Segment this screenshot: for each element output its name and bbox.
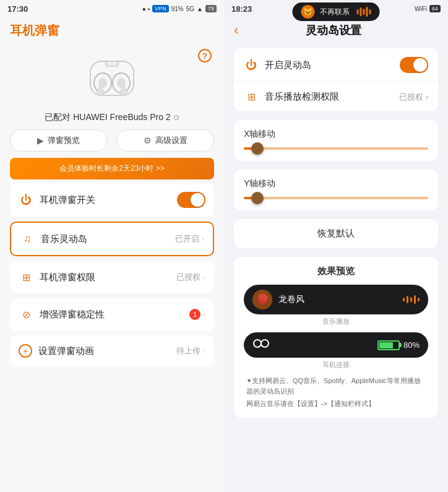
left-app-title: 耳机弹窗 [10,24,59,37]
earphone-popup-toggle[interactable] [177,192,205,208]
battery-bar [377,340,400,350]
music-wave-indicator [403,295,420,304]
earphone-popup-switch-item[interactable]: ⏻ 耳机弹窗开关 [10,183,214,217]
earphone-permission-item[interactable]: ⊞ 耳机弹窗权限 已授权 › [10,261,214,293]
restore-default-button[interactable]: 恢复默认 [234,219,438,248]
music-detect-arrow: › [426,92,428,101]
preview-title: 效果预览 [244,265,428,277]
earbuds-image-area: ? [0,43,224,110]
y-axis-label: Y轴移动 [244,178,428,189]
earphone-permission-status: 已授权 [176,272,200,283]
left-panel: 17:30 ● ▪ VPN 91% 5G ▲ 79 耳机弹窗 [0,0,224,492]
shield-icon: ⊘ [19,307,33,322]
earbuds-illustration [72,49,152,105]
earphone-permission-label: 耳机弹窗权限 [40,272,95,283]
device-expand-icon[interactable]: ⊙ [173,113,179,122]
power-icon-right: ⏻ [244,59,259,72]
notification-text: 不再联系 [320,7,350,17]
notification-pill: 🐱 不再联系 [293,2,380,21]
right-status-icons: WiFi 64 [415,5,441,12]
left-status-icons: ● ▪ VPN 91% 5G ▲ 79 [142,5,217,12]
settings-list: ⏻ 耳机弹窗开关 ♫ 音乐灵动岛 已开启 › ⊞ 耳机弹窗权限 已授权 [0,183,224,492]
svg-point-3 [98,78,107,88]
x-axis-thumb[interactable] [251,142,264,155]
settings-button[interactable]: ⚙ 高级设置 [117,129,214,152]
x-axis-label: X轴移动 [244,129,428,140]
support-text: ✦支持网易云、QQ音乐、Spotify、AppleMusic等常用播放器的灵动岛… [244,376,428,409]
right-panel: 18:23 🐱 不再联系 WiFi 64 ‹ 灵动岛设置 [224,0,448,492]
preview-label: 弹窗预览 [48,135,80,146]
svg-point-10 [254,340,261,347]
member-banner[interactable]: 会员体验时长剩余2天23小时 >> [10,158,214,179]
svg-point-5 [117,78,126,88]
plus-icon: + [19,344,32,358]
animation-item[interactable]: + 设置弹窗动画 待上传 › [10,335,214,366]
animation-arrow: › [203,347,205,355]
back-button[interactable]: ‹ [234,22,238,38]
y-axis-track[interactable] [244,197,428,199]
svg-point-6 [97,87,103,96]
right-status-bar: 18:23 🐱 不再联系 WiFi 64 [224,0,448,17]
wave-bar-1 [357,9,359,14]
left-time: 17:30 [7,4,28,14]
svg-rect-1 [106,61,118,66]
preview-icon: ▶ [37,136,44,145]
svg-point-11 [261,340,269,347]
left-header: 耳机弹窗 [0,17,224,43]
permission-icon: ⊞ [19,270,33,285]
help-icon[interactable]: ? [198,49,212,63]
device-name-text: 已配对 HUAWEI FreeBuds Pro 2 [45,112,170,123]
power-icon: ⏻ [19,192,33,207]
music-island-arrow: › [202,235,204,243]
wave-bar-3 [363,9,365,15]
right-page-title: 灵动岛设置 [243,23,423,38]
action-buttons: ▶ 弹窗预览 ⚙ 高级设置 [0,129,224,158]
earphone-preview-pill: 80% [244,332,428,358]
right-header: ‹ 灵动岛设置 [224,17,448,43]
settings-label: 高级设置 [155,135,187,146]
right-content: ⏻ 开启灵动岛 ⊞ 音乐播放检测权限 已授权 › X轴移动 [224,43,448,492]
island-enable-row[interactable]: ⏻ 开启灵动岛 [234,48,438,82]
island-enable-toggle[interactable] [400,57,428,73]
stability-badge: 1 [189,309,200,320]
stability-item[interactable]: ⊘ 增强弹窗稳定性 1 › [10,298,214,330]
effect-preview-section: 效果预览 龙卷风 [234,257,438,418]
music-preview-pill: 龙卷风 [244,285,428,314]
stability-arrow: › [203,310,205,319]
music-preview-caption: 音乐播放 [244,317,428,326]
preview-button[interactable]: ▶ 弹窗预览 [10,129,107,152]
animation-status: 待上传 [176,345,200,356]
support-text-line2: 网易云音乐请在【设置】->【通知栏样式】 [246,399,426,409]
notification-wave [357,7,371,17]
music-island-item[interactable]: ♫ 音乐灵动岛 已开启 › [10,222,214,256]
x-axis-section: X轴移动 [234,120,438,161]
music-preview-text: 龙卷风 [278,294,304,305]
music-icon: ♫ [20,231,35,246]
device-name: 已配对 HUAWEI FreeBuds Pro 2 ⊙ [0,110,224,129]
island-enable-section: ⏻ 开启灵动岛 ⊞ 音乐播放检测权限 已授权 › [234,48,438,111]
music-detect-icon: ⊞ [244,91,259,103]
y-axis-thumb[interactable] [251,192,264,204]
wave-bar-4 [366,7,368,17]
support-text-line1: ✦支持网易云、QQ音乐、Spotify、AppleMusic等常用播放器的灵动岛… [246,376,426,396]
x-axis-track[interactable] [244,147,428,150]
wave-bar-5 [369,9,371,14]
earphone-preview-caption: 耳机连接 [244,360,428,369]
island-enable-label: 开启灵动岛 [265,59,311,71]
earphone-permission-arrow: › [203,273,205,282]
y-axis-section: Y轴移动 [234,170,438,210]
wave-bar-2 [360,7,362,16]
notification-avatar: 🐱 [301,5,315,19]
music-island-label: 音乐灵动岛 [41,233,87,245]
stability-label: 增强弹窗稳定性 [40,309,105,321]
battery-percentage: 80% [403,340,420,350]
animation-label: 设置弹窗动画 [38,345,94,357]
music-detect-label: 音乐播放检测权限 [265,91,339,103]
music-detect-status: 已授权 [399,92,423,103]
left-status-bar: 17:30 ● ▪ VPN 91% 5G ▲ 79 [0,0,224,17]
music-detect-row[interactable]: ⊞ 音乐播放检测权限 已授权 › [234,82,438,111]
gear-icon: ⚙ [144,136,152,145]
svg-point-7 [121,87,127,96]
earphone-popup-switch-label: 耳机弹窗开关 [40,194,95,206]
right-time: 18:23 [231,4,252,14]
